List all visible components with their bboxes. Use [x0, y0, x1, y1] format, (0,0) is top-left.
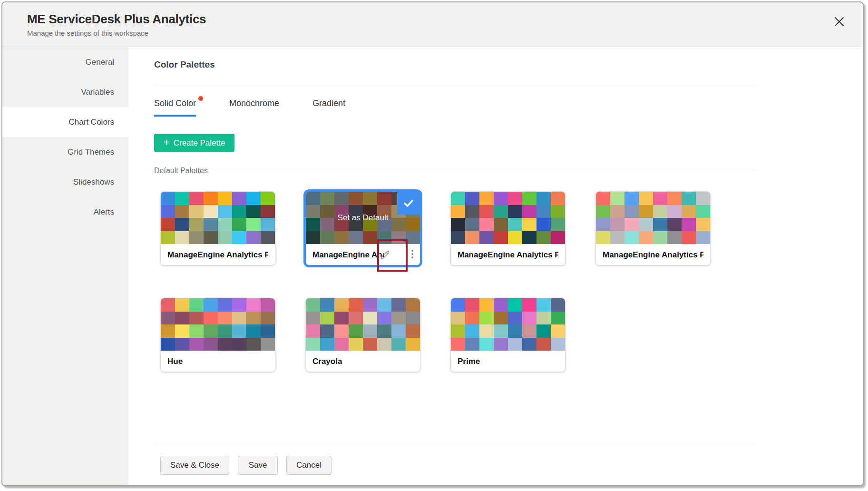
color-swatch	[175, 205, 189, 218]
color-swatch	[349, 324, 363, 338]
color-swatch	[551, 205, 565, 218]
check-icon	[403, 197, 414, 209]
color-swatch	[639, 218, 653, 231]
color-swatch	[451, 192, 465, 205]
color-swatch	[261, 205, 275, 218]
color-swatch	[175, 192, 189, 205]
sidebar-item-alerts[interactable]: Alerts	[2, 197, 128, 227]
tab-monochrome[interactable]: Monochrome	[229, 98, 279, 117]
palette-swatch-grid	[451, 298, 565, 351]
color-swatch	[508, 324, 522, 338]
color-swatch	[596, 205, 610, 218]
color-swatch	[479, 218, 494, 231]
color-swatch	[189, 218, 204, 231]
color-swatch	[653, 231, 667, 245]
color-swatch	[465, 205, 479, 218]
color-swatch	[306, 338, 320, 351]
color-swatch	[465, 192, 479, 205]
save-button[interactable]: Save	[238, 456, 278, 475]
color-swatch	[696, 231, 710, 245]
save-close-button[interactable]: Save & Close	[160, 456, 229, 475]
color-swatch	[175, 338, 189, 351]
color-swatch	[204, 312, 218, 325]
edit-palette-button[interactable]	[378, 248, 392, 262]
sidebar-item-variables[interactable]: Variables	[2, 77, 128, 107]
color-swatch	[232, 338, 246, 351]
color-swatch	[391, 312, 406, 325]
dialog-title: ME ServiceDesk Plus Analytics	[27, 12, 863, 27]
close-button[interactable]	[829, 13, 848, 32]
color-swatch	[161, 338, 175, 351]
palette-name: ManageEngine Analytics Palette	[458, 250, 558, 260]
palette-name-row: Prime	[451, 351, 565, 372]
create-palette-button[interactable]: + Create Palette	[154, 134, 234, 152]
color-swatch	[406, 298, 420, 312]
color-swatch	[306, 312, 320, 325]
sidebar-item-general[interactable]: General	[2, 47, 128, 77]
color-swatch	[189, 338, 204, 351]
color-swatch	[494, 324, 508, 338]
color-swatch	[189, 298, 204, 312]
palette-name-row: Hue	[161, 351, 275, 372]
color-swatch	[639, 205, 653, 218]
color-swatch	[204, 231, 218, 245]
color-swatch	[682, 231, 696, 245]
palette-card[interactable]: ManageEngine Analytics Palette	[595, 191, 711, 265]
color-swatch	[261, 338, 275, 351]
color-swatch	[494, 192, 508, 205]
color-swatch	[596, 218, 610, 231]
color-swatch	[536, 324, 551, 338]
color-swatch	[479, 312, 494, 325]
color-swatch	[261, 312, 275, 325]
sidebar-item-grid-themes[interactable]: Grid Themes	[2, 137, 128, 167]
color-swatch	[465, 312, 479, 325]
palette-card[interactable]: Set as DefaultManageEngine Analytics Pal…	[305, 191, 420, 265]
palette-name: ManageEngine Analytics Palette	[167, 250, 268, 260]
color-swatch	[451, 324, 465, 338]
palette-card[interactable]: ManageEngine Analytics Palette	[450, 191, 566, 265]
tab-gradient[interactable]: Gradient	[312, 98, 345, 117]
more-options-kebab-icon[interactable]	[410, 250, 414, 258]
color-swatch	[653, 192, 667, 205]
cancel-button[interactable]: Cancel	[286, 456, 332, 475]
palette-name-row: ManageEngine Analytics Palette	[596, 244, 710, 265]
palette-card[interactable]: Crayola	[305, 298, 420, 372]
color-swatch	[175, 231, 189, 245]
sidebar-item-slideshows[interactable]: Slideshows	[2, 167, 128, 197]
color-swatch	[218, 205, 232, 218]
color-swatch	[508, 218, 522, 231]
palette-card[interactable]: Hue	[160, 298, 275, 372]
palette-card[interactable]: Prime	[450, 298, 566, 372]
tab-solid-color[interactable]: Solid Color	[154, 98, 196, 117]
sidebar-item-chart-colors[interactable]: Chart Colors	[2, 107, 128, 137]
color-swatch	[494, 205, 508, 218]
palette-name-row: Crayola	[306, 351, 420, 372]
color-swatch	[306, 324, 320, 338]
palette-name: Crayola	[312, 357, 342, 366]
color-swatch	[536, 205, 551, 218]
pencil-icon	[380, 250, 390, 260]
color-swatch	[682, 205, 696, 218]
color-swatch	[218, 298, 232, 312]
color-swatch	[232, 192, 246, 205]
color-swatch	[494, 231, 508, 245]
color-swatch	[261, 192, 275, 205]
color-swatch	[508, 192, 522, 205]
color-swatch	[204, 338, 218, 351]
color-swatch	[306, 298, 320, 312]
color-swatch	[465, 338, 479, 351]
color-swatch	[363, 298, 377, 312]
color-swatch	[246, 338, 261, 351]
color-swatch	[522, 338, 536, 351]
section-title: Color Palettes	[154, 59, 215, 70]
color-swatch	[161, 205, 175, 218]
color-swatch	[465, 218, 479, 231]
palette-name: ManageEngine Analytics Palette	[603, 250, 703, 260]
color-swatch	[508, 298, 522, 312]
color-swatch	[320, 312, 334, 325]
palette-card[interactable]: ManageEngine Analytics Palette	[160, 191, 275, 265]
workspace-settings-page: ME ServiceDesk Plus Analytics Manage the…	[0, 0, 868, 491]
color-swatch	[189, 231, 204, 245]
palette-grid: ManageEngine Analytics PaletteSet as Def…	[160, 191, 711, 372]
color-swatch	[377, 338, 391, 351]
